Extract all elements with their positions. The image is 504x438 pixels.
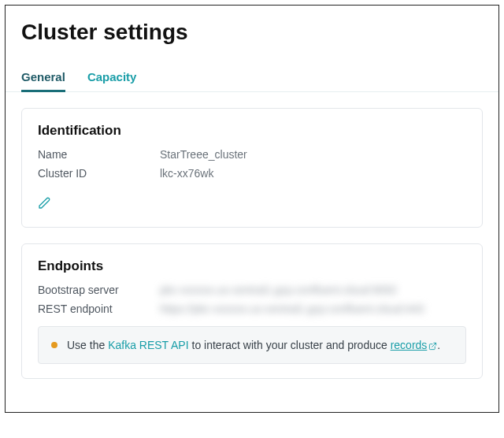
edit-icon[interactable] bbox=[38, 197, 50, 210]
identification-heading: Identification bbox=[38, 123, 466, 139]
tab-capacity[interactable]: Capacity bbox=[87, 67, 137, 92]
notice-pre: Use the bbox=[67, 339, 108, 351]
cluster-id-row: Cluster ID lkc-xx76wk bbox=[38, 167, 466, 180]
notice-text: Use the Kafka REST API to interact with … bbox=[67, 339, 440, 351]
cluster-id-value: lkc-xx76wk bbox=[160, 167, 466, 180]
tab-row: General Capacity bbox=[6, 67, 498, 92]
rest-api-notice: Use the Kafka REST API to interact with … bbox=[38, 326, 466, 364]
cluster-id-label: Cluster ID bbox=[38, 167, 160, 180]
rest-row: REST endpoint https://pkc-xxxxxx.us-cent… bbox=[38, 303, 466, 315]
name-row: Name StarTreee_cluster bbox=[38, 148, 466, 161]
tab-general[interactable]: General bbox=[21, 67, 65, 92]
notice-mid: to interact with your cluster and produc… bbox=[189, 339, 391, 351]
bootstrap-value: pkc-xxxxxx.us-central1.gcp.confluent.clo… bbox=[160, 284, 466, 296]
kafka-rest-api-link[interactable]: Kafka REST API bbox=[108, 339, 188, 351]
svg-line-0 bbox=[432, 343, 436, 347]
identification-card: Identification Name StarTreee_cluster Cl… bbox=[21, 108, 483, 228]
rest-label: REST endpoint bbox=[38, 303, 160, 315]
name-value: StarTreee_cluster bbox=[160, 148, 466, 161]
bootstrap-row: Bootstrap server pkc-xxxxxx.us-central1.… bbox=[38, 284, 466, 296]
info-icon bbox=[51, 342, 57, 348]
notice-post: . bbox=[437, 339, 440, 351]
rest-value: https://pkc-xxxxxx.us-central1.gcp.confl… bbox=[160, 303, 466, 315]
external-link-icon bbox=[428, 342, 437, 351]
cluster-settings-page: Cluster settings General Capacity Identi… bbox=[5, 5, 499, 413]
name-label: Name bbox=[38, 148, 160, 161]
bootstrap-label: Bootstrap server bbox=[38, 284, 160, 296]
page-title: Cluster settings bbox=[21, 20, 483, 45]
endpoints-heading: Endpoints bbox=[38, 258, 466, 274]
records-link[interactable]: records bbox=[391, 339, 428, 351]
endpoints-card: Endpoints Bootstrap server pkc-xxxxxx.us… bbox=[21, 243, 483, 379]
